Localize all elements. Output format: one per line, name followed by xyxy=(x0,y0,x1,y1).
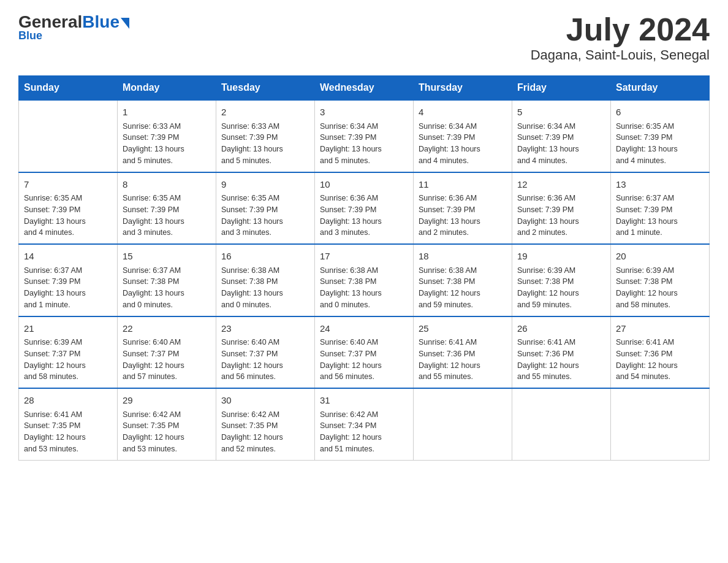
calendar-subtitle: Dagana, Saint-Louis, Senegal xyxy=(531,47,710,63)
calendar-cell: 30Sunrise: 6:42 AMSunset: 7:35 PMDayligh… xyxy=(216,388,315,460)
day-info: Sunrise: 6:37 AMSunset: 7:39 PMDaylight:… xyxy=(24,265,112,311)
day-info: Sunrise: 6:39 AMSunset: 7:38 PMDaylight:… xyxy=(616,265,704,311)
calendar-header-row: SundayMondayTuesdayWednesdayThursdayFrid… xyxy=(19,76,710,101)
day-info: Sunrise: 6:41 AMSunset: 7:36 PMDaylight:… xyxy=(517,337,605,383)
column-header-thursday: Thursday xyxy=(414,76,512,101)
day-number: 13 xyxy=(616,178,704,192)
day-info: Sunrise: 6:37 AMSunset: 7:39 PMDaylight:… xyxy=(616,193,704,239)
day-number: 19 xyxy=(517,250,605,264)
calendar-week-row: 7Sunrise: 6:35 AMSunset: 7:39 PMDaylight… xyxy=(19,172,710,245)
calendar-cell xyxy=(611,388,710,460)
day-info: Sunrise: 6:34 AMSunset: 7:39 PMDaylight:… xyxy=(320,121,408,167)
logo-underline: Blue xyxy=(18,29,42,42)
calendar-cell: 14Sunrise: 6:37 AMSunset: 7:39 PMDayligh… xyxy=(19,244,118,316)
day-info: Sunrise: 6:36 AMSunset: 7:39 PMDaylight:… xyxy=(517,193,605,239)
title-block: July 2024 Dagana, Saint-Louis, Senegal xyxy=(531,12,710,63)
calendar-week-row: 1Sunrise: 6:33 AMSunset: 7:39 PMDaylight… xyxy=(19,100,710,172)
column-header-friday: Friday xyxy=(512,76,611,101)
day-info: Sunrise: 6:38 AMSunset: 7:38 PMDaylight:… xyxy=(221,265,309,311)
day-info: Sunrise: 6:38 AMSunset: 7:38 PMDaylight:… xyxy=(419,265,507,311)
day-number: 10 xyxy=(320,178,408,192)
calendar-table: SundayMondayTuesdayWednesdayThursdayFrid… xyxy=(18,75,710,461)
page-header: General Blue Blue July 2024 Dagana, Sain… xyxy=(18,12,710,63)
day-number: 17 xyxy=(320,250,408,264)
day-number: 23 xyxy=(221,322,309,336)
calendar-cell: 4Sunrise: 6:34 AMSunset: 7:39 PMDaylight… xyxy=(414,100,512,172)
day-number: 16 xyxy=(221,250,309,264)
day-number: 29 xyxy=(123,394,211,408)
column-header-saturday: Saturday xyxy=(611,76,710,101)
day-info: Sunrise: 6:39 AMSunset: 7:37 PMDaylight:… xyxy=(24,337,112,383)
day-number: 11 xyxy=(419,178,507,192)
calendar-cell: 29Sunrise: 6:42 AMSunset: 7:35 PMDayligh… xyxy=(118,388,216,460)
day-number: 26 xyxy=(517,322,605,336)
day-number: 21 xyxy=(24,322,112,336)
column-header-wednesday: Wednesday xyxy=(315,76,414,101)
calendar-cell: 8Sunrise: 6:35 AMSunset: 7:39 PMDaylight… xyxy=(118,172,216,245)
calendar-cell: 31Sunrise: 6:42 AMSunset: 7:34 PMDayligh… xyxy=(315,388,414,460)
calendar-cell: 13Sunrise: 6:37 AMSunset: 7:39 PMDayligh… xyxy=(611,172,710,245)
day-number: 3 xyxy=(320,105,408,120)
calendar-cell: 2Sunrise: 6:33 AMSunset: 7:39 PMDaylight… xyxy=(216,100,315,172)
day-number: 9 xyxy=(221,178,309,192)
day-number: 25 xyxy=(419,322,507,336)
calendar-cell: 23Sunrise: 6:40 AMSunset: 7:37 PMDayligh… xyxy=(216,316,315,389)
day-info: Sunrise: 6:36 AMSunset: 7:39 PMDaylight:… xyxy=(320,193,408,239)
day-info: Sunrise: 6:35 AMSunset: 7:39 PMDaylight:… xyxy=(221,193,309,239)
column-header-tuesday: Tuesday xyxy=(216,76,315,101)
calendar-cell: 12Sunrise: 6:36 AMSunset: 7:39 PMDayligh… xyxy=(512,172,611,245)
calendar-cell: 28Sunrise: 6:41 AMSunset: 7:35 PMDayligh… xyxy=(19,388,118,460)
day-info: Sunrise: 6:38 AMSunset: 7:38 PMDaylight:… xyxy=(320,265,408,311)
day-info: Sunrise: 6:35 AMSunset: 7:39 PMDaylight:… xyxy=(123,193,211,239)
day-info: Sunrise: 6:34 AMSunset: 7:39 PMDaylight:… xyxy=(419,121,507,167)
day-number: 15 xyxy=(123,250,211,264)
day-info: Sunrise: 6:35 AMSunset: 7:39 PMDaylight:… xyxy=(24,193,112,239)
calendar-week-row: 21Sunrise: 6:39 AMSunset: 7:37 PMDayligh… xyxy=(19,316,710,389)
day-info: Sunrise: 6:42 AMSunset: 7:35 PMDaylight:… xyxy=(123,409,211,455)
day-info: Sunrise: 6:40 AMSunset: 7:37 PMDaylight:… xyxy=(320,337,408,383)
day-number: 4 xyxy=(419,105,507,120)
calendar-cell: 25Sunrise: 6:41 AMSunset: 7:36 PMDayligh… xyxy=(414,316,512,389)
calendar-cell: 17Sunrise: 6:38 AMSunset: 7:38 PMDayligh… xyxy=(315,244,414,316)
day-number: 27 xyxy=(616,322,704,336)
calendar-cell: 18Sunrise: 6:38 AMSunset: 7:38 PMDayligh… xyxy=(414,244,512,316)
day-number: 28 xyxy=(24,394,112,408)
day-info: Sunrise: 6:39 AMSunset: 7:38 PMDaylight:… xyxy=(517,265,605,311)
calendar-cell: 21Sunrise: 6:39 AMSunset: 7:37 PMDayligh… xyxy=(19,316,118,389)
calendar-cell: 20Sunrise: 6:39 AMSunset: 7:38 PMDayligh… xyxy=(611,244,710,316)
calendar-cell xyxy=(414,388,512,460)
logo-blue: Blue xyxy=(82,12,119,32)
day-number: 30 xyxy=(221,394,309,408)
day-info: Sunrise: 6:41 AMSunset: 7:36 PMDaylight:… xyxy=(419,337,507,383)
column-header-monday: Monday xyxy=(118,76,216,101)
day-number: 7 xyxy=(24,178,112,192)
calendar-cell: 1Sunrise: 6:33 AMSunset: 7:39 PMDaylight… xyxy=(118,100,216,172)
day-number: 24 xyxy=(320,322,408,336)
day-number: 22 xyxy=(123,322,211,336)
day-number: 31 xyxy=(320,394,408,408)
day-info: Sunrise: 6:33 AMSunset: 7:39 PMDaylight:… xyxy=(123,121,211,167)
day-info: Sunrise: 6:41 AMSunset: 7:35 PMDaylight:… xyxy=(24,409,112,455)
calendar-cell: 3Sunrise: 6:34 AMSunset: 7:39 PMDaylight… xyxy=(315,100,414,172)
calendar-cell xyxy=(512,388,611,460)
calendar-cell: 5Sunrise: 6:34 AMSunset: 7:39 PMDaylight… xyxy=(512,100,611,172)
day-number: 5 xyxy=(517,105,605,120)
calendar-cell: 9Sunrise: 6:35 AMSunset: 7:39 PMDaylight… xyxy=(216,172,315,245)
day-number: 20 xyxy=(616,250,704,264)
calendar-cell: 24Sunrise: 6:40 AMSunset: 7:37 PMDayligh… xyxy=(315,316,414,389)
calendar-cell xyxy=(19,100,118,172)
day-info: Sunrise: 6:42 AMSunset: 7:35 PMDaylight:… xyxy=(221,409,309,455)
day-info: Sunrise: 6:36 AMSunset: 7:39 PMDaylight:… xyxy=(419,193,507,239)
day-info: Sunrise: 6:40 AMSunset: 7:37 PMDaylight:… xyxy=(221,337,309,383)
calendar-title: July 2024 xyxy=(531,12,710,47)
day-number: 8 xyxy=(123,178,211,192)
day-number: 12 xyxy=(517,178,605,192)
day-info: Sunrise: 6:35 AMSunset: 7:39 PMDaylight:… xyxy=(616,121,704,167)
day-info: Sunrise: 6:37 AMSunset: 7:38 PMDaylight:… xyxy=(123,265,211,311)
day-info: Sunrise: 6:42 AMSunset: 7:34 PMDaylight:… xyxy=(320,409,408,455)
day-number: 6 xyxy=(616,105,704,120)
calendar-cell: 11Sunrise: 6:36 AMSunset: 7:39 PMDayligh… xyxy=(414,172,512,245)
calendar-cell: 16Sunrise: 6:38 AMSunset: 7:38 PMDayligh… xyxy=(216,244,315,316)
calendar-week-row: 14Sunrise: 6:37 AMSunset: 7:39 PMDayligh… xyxy=(19,244,710,316)
day-info: Sunrise: 6:41 AMSunset: 7:36 PMDaylight:… xyxy=(616,337,704,383)
